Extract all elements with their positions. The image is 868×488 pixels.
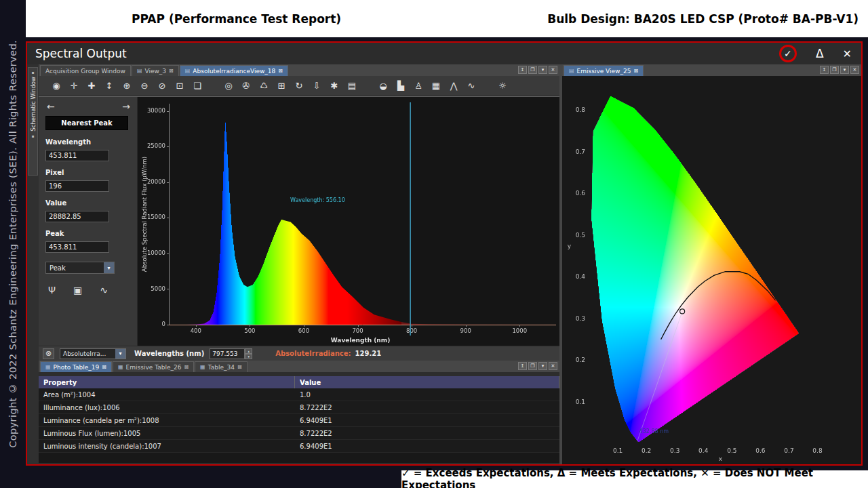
float-button[interactable]: ↥ xyxy=(518,362,527,370)
table-row[interactable]: Area (m²):10041.0 xyxy=(39,388,559,401)
capture-sphere-icon[interactable]: ◎ xyxy=(223,81,234,91)
chevron-down-icon[interactable]: ▾ xyxy=(104,262,114,273)
vertical-range-icon[interactable]: ↕ xyxy=(104,81,115,91)
peak-mode-dropdown[interactable]: Peak ▾ xyxy=(45,262,115,274)
zoom-out-icon[interactable]: ⊖ xyxy=(139,81,150,91)
table-row[interactable]: Luminous Flux (lumen):10058.7222E2 xyxy=(39,427,559,440)
camera-icon[interactable]: ✇ xyxy=(241,81,252,91)
value-column-header[interactable]: Value xyxy=(295,376,559,388)
refresh-icon[interactable]: ↻ xyxy=(294,81,304,91)
spectral-chart-canvas[interactable] xyxy=(138,97,559,346)
property-cell: Area (m²):1004 xyxy=(39,391,295,399)
close-button[interactable]: ✕ xyxy=(549,362,557,370)
save-icon[interactable]: ⇩ xyxy=(311,81,322,91)
property-column-header[interactable]: Property xyxy=(39,376,295,388)
snapshot-icon[interactable]: ▣ xyxy=(73,285,82,296)
result-marks: ✓ Δ ✕ xyxy=(779,45,852,62)
table-row[interactable]: Illuminance (lux):10068.7222E2 xyxy=(39,401,559,414)
chevron-down-icon[interactable]: ▾ xyxy=(115,349,125,359)
spectral-output-window: Spectral Output ✓ Δ ✕ ▪ Schematic Window… xyxy=(26,41,863,466)
next-peak-arrow[interactable]: → xyxy=(122,101,130,112)
peak-tools-row: Ψ▣∿ xyxy=(45,285,133,296)
legend-footer: ✓ = Exceeds Expectations, Δ = Meets Expe… xyxy=(401,470,868,488)
settings-icon[interactable]: ✱ xyxy=(329,81,340,91)
main-tab-bar: Acquisition Group Window ▤ View_3 ⊠ ▤ Ab… xyxy=(39,64,559,76)
series-dropdown[interactable]: AbsoluteIrra... ▾ xyxy=(60,348,126,359)
table-icon[interactable]: ▦ xyxy=(431,81,441,91)
float-button[interactable]: ↥ xyxy=(820,66,829,74)
value-cell: 6.9409E1 xyxy=(295,443,559,450)
histogram-icon[interactable]: ▙ xyxy=(395,81,406,91)
restore-button[interactable]: ❐ xyxy=(528,362,537,370)
readout-value: 129.21 xyxy=(355,350,382,357)
tab-emissive-table-26[interactable]: ▦ Emissive Table_26 ⊠ xyxy=(113,361,194,372)
zoom-in-icon[interactable]: ⊕ xyxy=(121,81,132,91)
peak-input[interactable] xyxy=(45,241,109,253)
wavelength-input[interactable] xyxy=(45,150,109,161)
nearest-peak-button[interactable]: Nearest Peak xyxy=(45,116,128,130)
table-row[interactable]: Luminance (candela per m²):10086.9409E1 xyxy=(39,414,559,427)
tab-close-icon[interactable]: ⊠ xyxy=(102,364,106,370)
table-tab-icon: ▦ xyxy=(200,364,205,370)
window-close-icon[interactable]: ✕ xyxy=(843,47,852,60)
tab-photo-table-19[interactable]: ▦ Photo Table_19 ⊠ xyxy=(40,361,112,372)
restore-button[interactable]: ❐ xyxy=(830,66,839,74)
zoom-reset-icon[interactable]: ⊘ xyxy=(157,81,167,91)
delete-icon[interactable]: ♺ xyxy=(258,81,269,91)
tab-acquisition-group-window[interactable]: Acquisition Group Window xyxy=(40,65,131,76)
close-button[interactable]: ✕ xyxy=(850,66,859,74)
readout-label: AbsoluteIrradiance: xyxy=(275,350,351,357)
meets-delta-icon: Δ xyxy=(816,47,824,60)
table-tab-bar: ▦ Photo Table_19 ⊠ ▦ Emissive Table_26 ⊠… xyxy=(39,361,559,372)
property-cell: Luminous Flux (lumen):1005 xyxy=(39,430,295,437)
restore-button[interactable]: ❐ xyxy=(528,66,537,74)
overlay-icon[interactable]: ∿ xyxy=(466,81,477,91)
grab-icon[interactable]: ❏ xyxy=(192,81,203,91)
pixel-input[interactable] xyxy=(45,180,109,192)
tab-view-3[interactable]: ▤ View_3 ⊠ xyxy=(132,65,179,76)
minimize-button[interactable]: ▾ xyxy=(538,362,547,370)
spin-down-icon[interactable]: ▾ xyxy=(245,354,252,359)
globe-chart-icon[interactable]: ◒ xyxy=(378,81,389,91)
close-button[interactable]: ✕ xyxy=(549,66,557,74)
spectrum-icon[interactable]: ∿ xyxy=(100,285,108,296)
rail-pin-icon: ▪ xyxy=(31,134,34,138)
tab-table-34[interactable]: ▦ Table_34 ⊠ xyxy=(195,361,248,372)
value-cell: 6.9409E1 xyxy=(295,417,559,424)
cie-chromaticity-canvas[interactable] xyxy=(562,76,861,464)
peaks-icon[interactable]: ⋀ xyxy=(448,81,459,91)
sphere-icon[interactable]: ◉ xyxy=(51,81,62,91)
tab-emissive-view-25[interactable]: ▤ Emissive View_25 ⊠ xyxy=(564,65,644,76)
schematic-rail: ▪ Schematic Window ▪ xyxy=(27,64,39,464)
property-table: Property Value Area (m²):10041.0Illumina… xyxy=(39,376,559,463)
person-icon[interactable]: ♙ xyxy=(413,81,424,91)
tab-absolute-irradiance-view-18[interactable]: ▤ AbsoluteIrradianceView_18 ⊠ xyxy=(180,65,288,76)
minimize-button[interactable]: ▾ xyxy=(538,66,547,74)
export-table-icon[interactable]: ⊞ xyxy=(276,81,287,91)
float-button[interactable]: ↥ xyxy=(518,66,527,74)
prev-peak-arrow[interactable]: ← xyxy=(47,101,55,112)
tab-close-icon[interactable]: ⊠ xyxy=(633,68,638,74)
value-input[interactable] xyxy=(45,211,109,222)
print-icon[interactable]: ▤ xyxy=(347,81,357,91)
schematic-window-tab[interactable]: ▪ Schematic Window ▪ xyxy=(28,67,38,176)
property-cell: Luminous intensity (candela):1007 xyxy=(39,443,295,450)
tab-close-icon[interactable]: ⊠ xyxy=(169,68,174,74)
copyright-text: Copyright © 2022 Schantz Engineering Ent… xyxy=(7,40,18,448)
zoom-region-icon[interactable]: ⊡ xyxy=(174,81,185,91)
crosshair-icon[interactable]: ✚ xyxy=(86,81,97,91)
irradiance-readout: AbsoluteIrradiance:129.21 xyxy=(275,350,381,357)
pan-icon[interactable]: ✛ xyxy=(68,81,79,91)
clear-trace-icon[interactable]: ⊗ xyxy=(43,348,54,359)
value-label: Value xyxy=(45,199,133,207)
tab-close-icon[interactable]: ⊠ xyxy=(278,68,283,74)
tab-close-icon[interactable]: ⊠ xyxy=(237,364,242,370)
antenna-icon[interactable]: Ψ xyxy=(48,285,56,296)
bulb-icon[interactable]: ☼ xyxy=(497,81,508,91)
spin-up-icon[interactable]: ▴ xyxy=(245,348,252,354)
tab-close-icon[interactable]: ⊠ xyxy=(184,364,189,370)
wavelength-cursor-input[interactable] xyxy=(210,348,245,359)
report-slide: Copyright © 2022 Schantz Engineering Ent… xyxy=(0,0,868,488)
table-row[interactable]: Luminous intensity (candela):10076.9409E… xyxy=(39,440,559,453)
minimize-button[interactable]: ▾ xyxy=(840,66,849,74)
